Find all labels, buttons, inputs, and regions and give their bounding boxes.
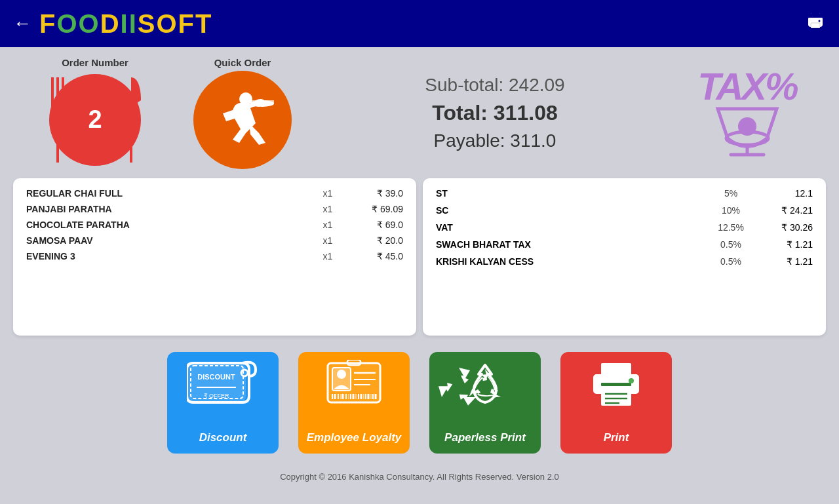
svg-point-31 — [337, 370, 346, 379]
order-number-label: Order Number — [62, 57, 128, 68]
loyalty-label: Employee Loyalty — [307, 431, 402, 444]
header: ← FOODIISOFT — [0, 0, 839, 47]
order-row: Order Number 2 Quick Order — [0, 47, 839, 178]
discount-icon: DISCOUNT ₹ OFFER — [167, 360, 279, 412]
discount-button[interactable]: DISCOUNT ₹ OFFER Discount — [167, 352, 279, 454]
main-content: REGULAR CHAI FULL x1 ₹ 39.0 PANJABI PARA… — [0, 178, 839, 336]
discount-label: Discount — [199, 431, 247, 444]
buttons-row: DISCOUNT ₹ OFFER Discount — [0, 339, 839, 467]
paperless-icon — [429, 360, 541, 416]
table-row: REGULAR CHAI FULL x1 ₹ 39.0 — [26, 188, 403, 199]
quick-order-label: Quick Order — [214, 57, 271, 68]
back-button[interactable]: ← — [13, 13, 31, 34]
footer: Copyright © 2016 Kanishka Consultancy. A… — [0, 467, 839, 487]
print-label: Print — [604, 431, 629, 444]
order-items-card: REGULAR CHAI FULL x1 ₹ 39.0 PANJABI PARA… — [13, 178, 416, 336]
footer-text: Copyright © 2016 Kanishka Consultancy. A… — [280, 472, 559, 482]
svg-point-11 — [819, 20, 821, 22]
total: Total: 311.08 — [432, 101, 557, 125]
quick-order-circle — [193, 71, 292, 169]
table-row: SAMOSA PAAV x1 ₹ 20.0 — [26, 235, 403, 246]
subtotal: Sub-total: 242.09 — [425, 75, 564, 96]
tax-section: TAX% — [675, 68, 819, 158]
tax-details-card: ST 5% 12.1 SC 10% ₹ 24.21 VAT 12.5% ₹ 30… — [423, 178, 826, 336]
paperless-print-button[interactable]: Paperless Print — [429, 352, 541, 454]
svg-rect-10 — [811, 23, 820, 28]
tax-row: KRISHI KALYAN CESS 0.5% ₹ 1.21 — [436, 256, 813, 267]
quick-order-section: Quick Order — [170, 57, 315, 169]
paperless-label: Paperless Print — [444, 431, 526, 444]
order-number: 2 — [88, 106, 102, 134]
table-row: EVENING 3 x1 ₹ 45.0 — [26, 251, 403, 262]
loyalty-icon — [298, 360, 410, 416]
table-row: PANJABI PARATHA x1 ₹ 69.09 — [26, 204, 403, 214]
tax-graphic: TAX% — [697, 68, 796, 158]
tax-row: SWACH BHARAT TAX 0.5% ₹ 1.21 — [436, 239, 813, 250]
employee-loyalty-button[interactable]: Employee Loyalty — [298, 352, 410, 454]
tax-row: VAT 12.5% ₹ 30.26 — [436, 222, 813, 233]
order-number-section: Order Number 2 — [20, 57, 170, 169]
svg-text:₹ OFFER: ₹ OFFER — [204, 393, 229, 399]
svg-rect-60 — [601, 383, 631, 386]
order-plate-icon: 2 — [46, 71, 144, 169]
tax-row: ST 5% 12.1 — [436, 188, 813, 199]
totals-section: Sub-total: 242.09 Total: 311.08 Payable:… — [315, 75, 675, 151]
tax-label: TAX% — [697, 68, 796, 106]
payable: Payable: 311.0 — [434, 130, 556, 151]
logo: FOODIISOFT — [39, 9, 212, 39]
print-button[interactable]: Print — [560, 352, 672, 454]
svg-point-22 — [738, 117, 756, 136]
header-left: ← FOODIISOFT — [13, 9, 212, 39]
tax-row: SC 10% ₹ 24.21 — [436, 205, 813, 216]
print-icon — [560, 360, 672, 412]
header-print-icon[interactable] — [805, 11, 826, 37]
svg-text:DISCOUNT: DISCOUNT — [197, 373, 235, 381]
svg-point-61 — [629, 378, 634, 383]
table-row: CHOCOLATE PARATHA x1 ₹ 69.0 — [26, 220, 403, 230]
